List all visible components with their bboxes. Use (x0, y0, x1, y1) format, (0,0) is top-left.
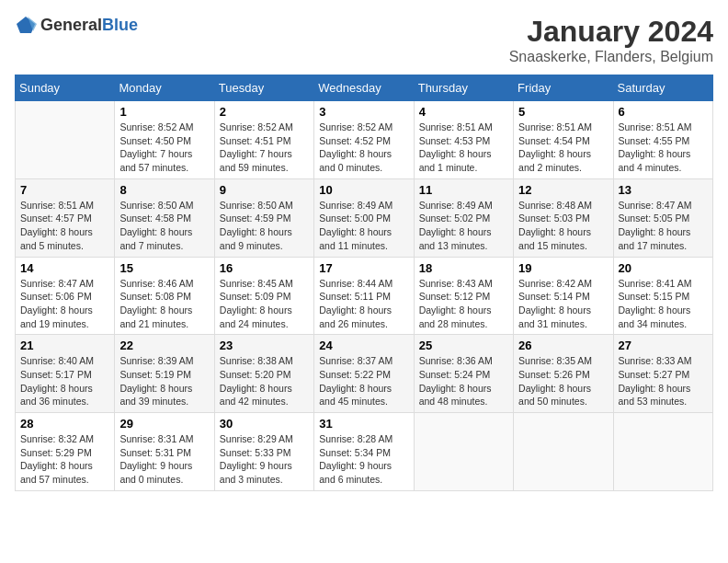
day-number: 13 (619, 183, 708, 197)
calendar-cell: 20Sunrise: 8:41 AM Sunset: 5:15 PM Dayli… (613, 257, 712, 335)
day-info: Sunrise: 8:43 AM Sunset: 5:12 PM Dayligh… (419, 277, 508, 331)
day-info: Sunrise: 8:51 AM Sunset: 4:53 PM Dayligh… (419, 121, 508, 175)
day-info: Sunrise: 8:42 AM Sunset: 5:14 PM Dayligh… (518, 277, 608, 331)
weekday-header-row: SundayMondayTuesdayWednesdayThursdayFrid… (16, 75, 713, 101)
day-info: Sunrise: 8:32 AM Sunset: 5:29 PM Dayligh… (20, 432, 109, 487)
day-number: 1 (119, 105, 209, 119)
calendar-cell: 31Sunrise: 8:28 AM Sunset: 5:34 PM Dayli… (314, 413, 414, 491)
calendar-cell: 15Sunrise: 8:46 AM Sunset: 5:08 PM Dayli… (115, 257, 214, 335)
day-number: 19 (518, 261, 608, 275)
calendar-cell: 25Sunrise: 8:36 AM Sunset: 5:24 PM Dayli… (414, 335, 513, 413)
day-info: Sunrise: 8:28 AM Sunset: 5:34 PM Dayligh… (319, 432, 408, 487)
day-info: Sunrise: 8:52 AM Sunset: 4:51 PM Dayligh… (220, 121, 309, 175)
day-info: Sunrise: 8:48 AM Sunset: 5:03 PM Dayligh… (518, 199, 608, 253)
day-info: Sunrise: 8:51 AM Sunset: 4:57 PM Dayligh… (20, 199, 109, 253)
day-number: 16 (220, 261, 309, 275)
calendar-cell: 3Sunrise: 8:52 AM Sunset: 4:52 PM Daylig… (314, 101, 414, 179)
day-info: Sunrise: 8:36 AM Sunset: 5:24 PM Dayligh… (419, 354, 508, 408)
title-area: January 2024 Snaaskerke, Flanders, Belgi… (509, 15, 713, 65)
location-title: Snaaskerke, Flanders, Belgium (509, 49, 713, 65)
week-row-3: 14Sunrise: 8:47 AM Sunset: 5:06 PM Dayli… (16, 257, 713, 335)
week-row-4: 21Sunrise: 8:40 AM Sunset: 5:17 PM Dayli… (16, 335, 713, 413)
day-number: 15 (119, 261, 209, 275)
day-info: Sunrise: 8:49 AM Sunset: 5:02 PM Dayligh… (419, 199, 508, 253)
month-title: January 2024 (509, 15, 713, 49)
day-number: 27 (619, 339, 708, 352)
calendar-cell: 9Sunrise: 8:50 AM Sunset: 4:59 PM Daylig… (214, 178, 313, 257)
logo-icon (15, 15, 37, 37)
logo-text: GeneralBlue (40, 17, 138, 35)
week-row-2: 7Sunrise: 8:51 AM Sunset: 4:57 PM Daylig… (16, 178, 713, 257)
day-info: Sunrise: 8:31 AM Sunset: 5:31 PM Dayligh… (119, 432, 209, 487)
day-number: 11 (419, 183, 508, 197)
weekday-header-tuesday: Tuesday (214, 75, 313, 101)
calendar-cell: 12Sunrise: 8:48 AM Sunset: 5:03 PM Dayli… (514, 178, 613, 257)
day-info: Sunrise: 8:51 AM Sunset: 4:54 PM Dayligh… (518, 121, 608, 175)
day-info: Sunrise: 8:52 AM Sunset: 4:50 PM Dayligh… (119, 121, 209, 175)
calendar-cell: 23Sunrise: 8:38 AM Sunset: 5:20 PM Dayli… (214, 335, 313, 413)
day-number: 23 (220, 339, 309, 352)
calendar-cell: 29Sunrise: 8:31 AM Sunset: 5:31 PM Dayli… (115, 413, 214, 491)
day-info: Sunrise: 8:49 AM Sunset: 5:00 PM Dayligh… (319, 199, 408, 253)
day-number: 21 (20, 339, 109, 352)
day-number: 22 (119, 339, 209, 352)
calendar-cell: 10Sunrise: 8:49 AM Sunset: 5:00 PM Dayli… (314, 178, 414, 257)
calendar-cell (16, 101, 115, 179)
calendar-cell: 13Sunrise: 8:47 AM Sunset: 5:05 PM Dayli… (613, 178, 712, 257)
day-number: 18 (419, 261, 508, 275)
day-info: Sunrise: 8:47 AM Sunset: 5:05 PM Dayligh… (619, 199, 708, 253)
calendar-cell: 16Sunrise: 8:45 AM Sunset: 5:09 PM Dayli… (214, 257, 313, 335)
calendar-cell: 21Sunrise: 8:40 AM Sunset: 5:17 PM Dayli… (16, 335, 115, 413)
day-info: Sunrise: 8:38 AM Sunset: 5:20 PM Dayligh… (220, 354, 309, 408)
day-number: 17 (319, 261, 408, 275)
day-info: Sunrise: 8:50 AM Sunset: 4:58 PM Dayligh… (119, 199, 209, 253)
calendar-cell: 2Sunrise: 8:52 AM Sunset: 4:51 PM Daylig… (214, 101, 313, 179)
day-number: 26 (518, 339, 608, 352)
week-row-1: 1Sunrise: 8:52 AM Sunset: 4:50 PM Daylig… (16, 101, 713, 179)
day-number: 14 (20, 261, 109, 275)
weekday-header-sunday: Sunday (16, 75, 115, 101)
day-number: 12 (518, 183, 608, 197)
calendar-cell: 24Sunrise: 8:37 AM Sunset: 5:22 PM Dayli… (314, 335, 414, 413)
calendar-cell: 8Sunrise: 8:50 AM Sunset: 4:58 PM Daylig… (115, 178, 214, 257)
day-info: Sunrise: 8:40 AM Sunset: 5:17 PM Dayligh… (20, 354, 109, 408)
day-number: 3 (319, 105, 408, 119)
calendar-cell: 17Sunrise: 8:44 AM Sunset: 5:11 PM Dayli… (314, 257, 414, 335)
calendar-cell (613, 413, 712, 491)
weekday-header-saturday: Saturday (613, 75, 712, 101)
day-info: Sunrise: 8:46 AM Sunset: 5:08 PM Dayligh… (119, 277, 209, 331)
day-info: Sunrise: 8:35 AM Sunset: 5:26 PM Dayligh… (518, 354, 608, 408)
day-number: 6 (619, 105, 708, 119)
day-number: 20 (619, 261, 708, 275)
calendar-cell: 6Sunrise: 8:51 AM Sunset: 4:55 PM Daylig… (613, 101, 712, 179)
day-info: Sunrise: 8:44 AM Sunset: 5:11 PM Dayligh… (319, 277, 408, 331)
week-row-5: 28Sunrise: 8:32 AM Sunset: 5:29 PM Dayli… (16, 413, 713, 491)
day-number: 31 (319, 417, 408, 431)
day-number: 2 (220, 105, 309, 119)
calendar-cell: 1Sunrise: 8:52 AM Sunset: 4:50 PM Daylig… (115, 101, 214, 179)
day-number: 25 (419, 339, 508, 352)
day-number: 9 (220, 183, 309, 197)
day-info: Sunrise: 8:39 AM Sunset: 5:19 PM Dayligh… (119, 354, 209, 408)
calendar-cell: 4Sunrise: 8:51 AM Sunset: 4:53 PM Daylig… (414, 101, 513, 179)
day-number: 29 (119, 417, 209, 431)
weekday-header-friday: Friday (514, 75, 613, 101)
day-number: 10 (319, 183, 408, 197)
weekday-header-monday: Monday (115, 75, 214, 101)
day-number: 24 (319, 339, 408, 352)
day-number: 5 (518, 105, 608, 119)
day-number: 8 (119, 183, 209, 197)
day-info: Sunrise: 8:41 AM Sunset: 5:15 PM Dayligh… (619, 277, 708, 331)
calendar-cell: 27Sunrise: 8:33 AM Sunset: 5:27 PM Dayli… (613, 335, 712, 413)
day-number: 7 (20, 183, 109, 197)
calendar-cell: 19Sunrise: 8:42 AM Sunset: 5:14 PM Dayli… (514, 257, 613, 335)
day-info: Sunrise: 8:37 AM Sunset: 5:22 PM Dayligh… (319, 354, 408, 408)
day-number: 4 (419, 105, 508, 119)
day-info: Sunrise: 8:52 AM Sunset: 4:52 PM Dayligh… (319, 121, 408, 175)
day-info: Sunrise: 8:47 AM Sunset: 5:06 PM Dayligh… (20, 277, 109, 331)
calendar-cell: 26Sunrise: 8:35 AM Sunset: 5:26 PM Dayli… (514, 335, 613, 413)
calendar-cell: 7Sunrise: 8:51 AM Sunset: 4:57 PM Daylig… (16, 178, 115, 257)
weekday-header-thursday: Thursday (414, 75, 513, 101)
calendar-cell: 5Sunrise: 8:51 AM Sunset: 4:54 PM Daylig… (514, 101, 613, 179)
calendar-cell (514, 413, 613, 491)
